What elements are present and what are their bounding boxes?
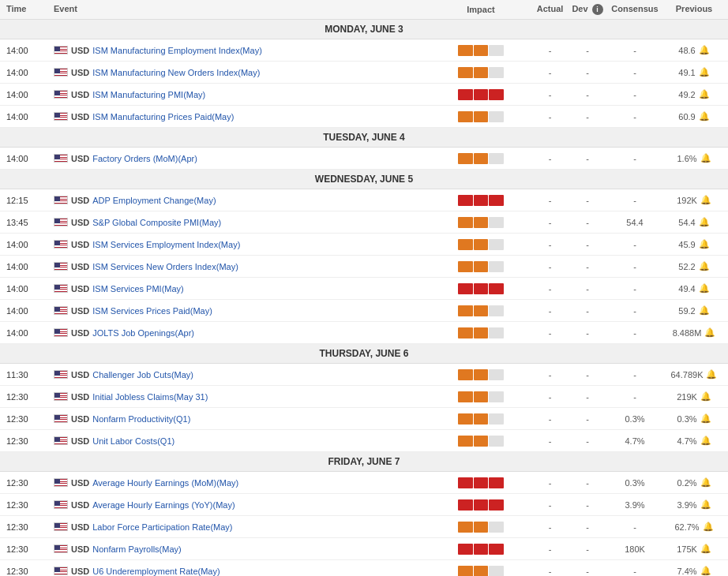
currency-label: USD bbox=[71, 284, 89, 294]
consensus-value: - bbox=[603, 68, 666, 77]
alert-bell-icon[interactable]: 🔔 bbox=[700, 566, 711, 576]
alert-bell-icon[interactable]: 🔔 bbox=[699, 239, 710, 249]
actual-value: - bbox=[528, 500, 572, 510]
alert-bell-icon[interactable]: 🔔 bbox=[700, 153, 711, 163]
consensus-value: - bbox=[603, 328, 666, 338]
event-name[interactable]: ADP Employment Change(May) bbox=[92, 196, 216, 205]
event-name[interactable]: ISM Services PMI(May) bbox=[92, 284, 184, 294]
event-name[interactable]: Nonfarm Payrolls(May) bbox=[92, 544, 181, 554]
dev-value: - bbox=[572, 392, 603, 402]
event-name[interactable]: ISM Manufacturing Prices Paid(May) bbox=[92, 112, 234, 122]
alert-bell-icon[interactable]: 🔔 bbox=[699, 305, 710, 316]
event-name[interactable]: Labor Force Participation Rate(May) bbox=[92, 522, 232, 532]
impact-cell bbox=[433, 195, 528, 206]
previous-value: 49.4 bbox=[678, 284, 695, 294]
event-name[interactable]: Average Hourly Earnings (YoY)(May) bbox=[92, 500, 235, 510]
currency-label: USD bbox=[71, 414, 89, 424]
event-name[interactable]: ISM Manufacturing Employment Index(May) bbox=[92, 46, 262, 55]
consensus-value: 4.7% bbox=[603, 436, 666, 446]
impact-cell bbox=[433, 153, 528, 164]
currency-label: USD bbox=[71, 240, 89, 249]
dev-value: - bbox=[572, 46, 603, 55]
alert-bell-icon[interactable]: 🔔 bbox=[700, 499, 711, 510]
alert-bell-icon[interactable]: 🔔 bbox=[699, 45, 710, 55]
event-name[interactable]: S&P Global Composite PMI(May) bbox=[92, 218, 221, 227]
event-name[interactable]: Initial Jobless Claims(May 31) bbox=[92, 392, 208, 402]
alert-bell-icon[interactable]: 🔔 bbox=[699, 283, 710, 294]
event-cell: USDADP Employment Change(May) bbox=[54, 196, 433, 205]
event-name[interactable]: Factory Orders (MoM)(Apr) bbox=[92, 154, 197, 163]
event-name[interactable]: U6 Underemployment Rate(May) bbox=[92, 567, 220, 576]
alert-bell-icon[interactable]: 🔔 bbox=[700, 477, 711, 488]
usd-flag bbox=[54, 436, 68, 445]
event-time: 14:00 bbox=[6, 68, 54, 77]
event-name[interactable]: Nonfarm Productivity(Q1) bbox=[92, 414, 190, 424]
consensus-value: - bbox=[603, 46, 666, 55]
event-name[interactable]: JOLTS Job Openings(Apr) bbox=[92, 328, 194, 338]
usd-flag bbox=[54, 544, 68, 553]
previous-value: 1.6% bbox=[677, 154, 696, 163]
event-name[interactable]: ISM Manufacturing New Orders Index(May) bbox=[92, 68, 260, 77]
impact-bar bbox=[458, 413, 504, 425]
actual-value: - bbox=[528, 46, 572, 55]
actual-value: - bbox=[528, 436, 572, 446]
impact-bar bbox=[458, 283, 504, 294]
alert-bell-icon[interactable]: 🔔 bbox=[699, 67, 710, 77]
impact-cell bbox=[433, 391, 528, 402]
actual-value: - bbox=[528, 218, 572, 227]
previous-cell: 8.488M🔔 bbox=[666, 327, 722, 338]
day-header: TUESDAY, JUNE 4 bbox=[0, 128, 728, 148]
currency-label: USD bbox=[71, 522, 89, 532]
actual-value: - bbox=[528, 370, 572, 380]
previous-value: 62.7% bbox=[674, 522, 699, 532]
alert-bell-icon[interactable]: 🔔 bbox=[703, 522, 714, 532]
table-row: 12:30USDU6 Underemployment Rate(May)---7… bbox=[0, 560, 728, 576]
previous-value: 192K bbox=[677, 196, 697, 205]
impact-cell bbox=[433, 89, 528, 100]
previous-value: 3.9% bbox=[677, 500, 696, 510]
impact-bar bbox=[458, 261, 504, 272]
event-name[interactable]: ISM Manufacturing PMI(May) bbox=[92, 90, 205, 99]
alert-bell-icon[interactable]: 🔔 bbox=[706, 369, 717, 380]
event-name[interactable]: Average Hourly Earnings (MoM)(May) bbox=[92, 478, 238, 488]
dev-info-icon[interactable]: i bbox=[592, 4, 603, 15]
dev-value: - bbox=[572, 567, 603, 576]
event-name[interactable]: Unit Labor Costs(Q1) bbox=[92, 436, 174, 446]
alert-bell-icon[interactable]: 🔔 bbox=[700, 544, 711, 554]
consensus-value: - bbox=[603, 154, 666, 163]
previous-value: 49.1 bbox=[678, 68, 695, 77]
alert-bell-icon[interactable]: 🔔 bbox=[700, 391, 711, 402]
table-row: 12:30USDAverage Hourly Earnings (YoY)(Ma… bbox=[0, 494, 728, 516]
table-row: 14:00USDISM Manufacturing Employment Ind… bbox=[0, 39, 728, 62]
alert-bell-icon[interactable]: 🔔 bbox=[704, 327, 715, 338]
event-time: 14:00 bbox=[6, 46, 54, 55]
event-cell: USDUnit Labor Costs(Q1) bbox=[54, 436, 433, 446]
consensus-value: - bbox=[603, 306, 666, 316]
alert-bell-icon[interactable]: 🔔 bbox=[700, 195, 711, 205]
currency-label: USD bbox=[71, 328, 89, 338]
event-name[interactable]: Challenger Job Cuts(May) bbox=[92, 370, 193, 380]
usd-flag bbox=[54, 370, 68, 379]
alert-bell-icon[interactable]: 🔔 bbox=[699, 111, 710, 122]
alert-bell-icon[interactable]: 🔔 bbox=[700, 413, 711, 424]
event-name[interactable]: ISM Services New Orders Index(May) bbox=[92, 262, 238, 271]
impact-bar bbox=[458, 544, 504, 555]
alert-bell-icon[interactable]: 🔔 bbox=[700, 436, 711, 446]
dev-value: - bbox=[572, 218, 603, 227]
event-name[interactable]: ISM Services Prices Paid(May) bbox=[92, 306, 212, 316]
previous-value: 49.2 bbox=[678, 90, 695, 99]
table-row: 14:00USDFactory Orders (MoM)(Apr)---1.6%… bbox=[0, 148, 728, 170]
currency-label: USD bbox=[71, 196, 89, 205]
usd-flag bbox=[54, 567, 68, 575]
table-row: 12:30USDLabor Force Participation Rate(M… bbox=[0, 516, 728, 538]
impact-bar bbox=[458, 305, 504, 316]
event-name[interactable]: ISM Services Employment Index(May) bbox=[92, 240, 240, 249]
alert-bell-icon[interactable]: 🔔 bbox=[699, 261, 710, 271]
alert-bell-icon[interactable]: 🔔 bbox=[699, 89, 710, 99]
event-cell: USDISM Manufacturing New Orders Index(Ma… bbox=[54, 68, 433, 77]
table-row: 12:30USDInitial Jobless Claims(May 31)--… bbox=[0, 386, 728, 408]
previous-value: 0.2% bbox=[677, 478, 696, 488]
event-time: 12:30 bbox=[6, 436, 54, 446]
consensus-value: - bbox=[603, 284, 666, 294]
alert-bell-icon[interactable]: 🔔 bbox=[699, 217, 710, 227]
